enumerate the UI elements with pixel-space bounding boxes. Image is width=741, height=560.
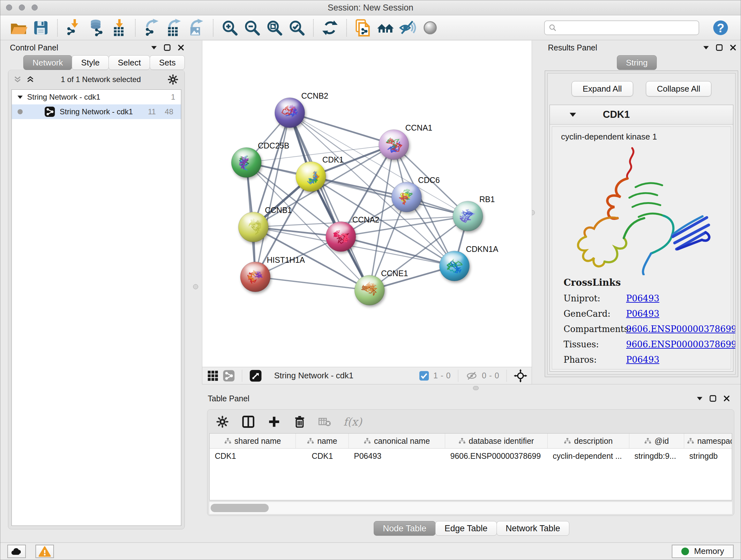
close-panel-icon[interactable] xyxy=(730,44,736,51)
tab-select[interactable]: Select xyxy=(109,55,150,70)
delete-column-trash-icon[interactable] xyxy=(293,415,307,428)
expand-all-icon[interactable] xyxy=(26,76,35,83)
tab-edge-table[interactable]: Edge Table xyxy=(435,521,497,536)
network-share-icon[interactable] xyxy=(223,370,235,382)
float-panel-icon[interactable] xyxy=(164,44,171,51)
network-node-CCNE1[interactable] xyxy=(354,275,385,305)
cloud-status-button[interactable] xyxy=(7,545,26,558)
column-header-namespace[interactable]: namespace xyxy=(684,434,732,448)
close-panel-icon[interactable] xyxy=(178,44,184,51)
tab-network-table[interactable]: Network Table xyxy=(496,521,569,536)
tab-node-table[interactable]: Node Table xyxy=(374,521,435,536)
search-box[interactable] xyxy=(544,20,699,35)
tab-network[interactable]: Network xyxy=(23,55,72,70)
network-node-CDC6[interactable] xyxy=(392,182,421,212)
import-network-button[interactable] xyxy=(64,17,84,38)
tab-style[interactable]: Style xyxy=(72,55,109,70)
table-settings-gear-icon[interactable] xyxy=(216,415,229,428)
table-cell[interactable]: stringdb:9... xyxy=(629,449,684,463)
panel-menu-icon[interactable] xyxy=(703,46,709,50)
warning-status-button[interactable] xyxy=(36,545,54,558)
pharos-link[interactable]: P06493 xyxy=(626,355,659,365)
memory-button[interactable]: Memory xyxy=(672,545,734,558)
network-edge[interactable] xyxy=(255,113,290,277)
expand-all-button[interactable]: Expand All xyxy=(571,81,633,97)
zoom-in-button[interactable] xyxy=(220,17,240,38)
network-node-CCNA2[interactable] xyxy=(326,222,356,252)
column-header-description[interactable]: description xyxy=(548,434,629,448)
network-collection-row[interactable]: String Network - cdk1 1 xyxy=(12,90,181,105)
table-cell[interactable]: 9606.ENSP00000378699 xyxy=(445,449,548,463)
column-header--id[interactable]: @id xyxy=(629,434,684,448)
search-input[interactable] xyxy=(560,23,695,33)
column-header-canonical-name[interactable]: canonical name xyxy=(349,434,445,448)
panel-menu-icon[interactable] xyxy=(697,397,702,400)
show-columns-icon[interactable] xyxy=(241,415,255,429)
float-panel-icon[interactable] xyxy=(710,395,717,402)
uniprot-link[interactable]: P06493 xyxy=(626,294,659,303)
network-node-CDKN1A[interactable] xyxy=(440,251,469,281)
network-node-CDC25B[interactable] xyxy=(231,147,261,178)
collapse-all-button[interactable]: Collapse All xyxy=(646,81,712,97)
compartments-link[interactable]: 9606.ENSP00000378699 xyxy=(626,324,736,334)
network-node-CCNB1[interactable] xyxy=(239,212,268,242)
column-header-shared-name[interactable]: shared name xyxy=(210,434,296,448)
vertical-splitter-handle-left[interactable] xyxy=(193,284,198,289)
share-session-file-button[interactable] xyxy=(353,17,373,38)
grayscale-sphere-button[interactable] xyxy=(420,17,440,38)
collapse-all-icon[interactable] xyxy=(13,76,22,83)
tissues-link[interactable]: 9606.ENSP00000378699 xyxy=(626,339,736,349)
save-session-button[interactable] xyxy=(31,17,51,38)
horizontal-scrollbar[interactable] xyxy=(209,502,732,514)
network-node-CCNB2[interactable] xyxy=(275,98,305,128)
scrollbar-thumb[interactable] xyxy=(211,504,269,512)
tab-string-results[interactable]: String xyxy=(617,55,657,70)
close-panel-icon[interactable] xyxy=(724,395,730,401)
zoom-fit-button[interactable] xyxy=(265,17,284,38)
network-node-RB1[interactable] xyxy=(453,201,483,231)
open-session-button[interactable] xyxy=(9,17,28,38)
export-table-button[interactable] xyxy=(164,17,184,38)
import-table-button[interactable] xyxy=(109,17,129,38)
table-cell[interactable]: stringdb xyxy=(684,449,732,463)
gear-icon[interactable] xyxy=(167,74,179,85)
expander-icon[interactable] xyxy=(17,96,23,99)
section-expander-icon[interactable] xyxy=(569,113,576,117)
network-canvas[interactable]: CCNB2CCNA1CDC25BCDK1CDC6RB1CCNB1CCNA2CDK… xyxy=(202,41,532,367)
zoom-selected-button[interactable] xyxy=(287,17,307,38)
import-database-button[interactable] xyxy=(86,17,106,38)
genecard-link[interactable]: P06493 xyxy=(626,309,659,319)
network-row-selected[interactable]: String Network - cdk1 11 48 xyxy=(12,105,181,119)
table-row[interactable]: CDK1CDK1P064939606.ENSP00000378699cyclin… xyxy=(210,449,732,463)
column-header-database-identifier[interactable]: database identifier xyxy=(445,434,548,448)
refresh-layout-button[interactable] xyxy=(320,17,340,38)
network-edge[interactable] xyxy=(311,177,468,216)
panel-menu-icon[interactable] xyxy=(151,46,157,50)
export-network-button[interactable] xyxy=(142,17,162,38)
grid-view-icon[interactable] xyxy=(207,370,219,382)
export-image-button[interactable] xyxy=(187,17,206,38)
horizontal-splitter-handle[interactable] xyxy=(473,386,479,390)
add-column-icon[interactable] xyxy=(267,415,281,428)
hidden-eye-icon[interactable] xyxy=(465,370,478,381)
table-cell[interactable]: cyclin-dependent ... xyxy=(548,449,629,463)
fit-selected-crosshair-icon[interactable] xyxy=(514,369,527,382)
network-node-HIST1H1A[interactable] xyxy=(240,262,270,292)
network-edge[interactable] xyxy=(255,277,369,290)
table-cell[interactable]: CDK1 xyxy=(296,449,349,463)
home-networks-button[interactable] xyxy=(376,17,395,38)
network-node-CDK1[interactable] xyxy=(296,162,326,192)
tab-sets[interactable]: Sets xyxy=(150,55,185,70)
birds-eye-view-icon[interactable] xyxy=(249,369,262,382)
selected-checkbox-icon[interactable] xyxy=(419,370,429,381)
network-node-CCNA1[interactable] xyxy=(379,130,409,160)
column-header-name[interactable]: name xyxy=(296,434,349,448)
help-button[interactable]: ? xyxy=(711,17,731,38)
zoom-out-button[interactable] xyxy=(242,17,262,38)
table-cell[interactable]: P06493 xyxy=(349,449,445,463)
gene-section-header[interactable]: CDK1 xyxy=(550,105,733,125)
table-cell[interactable]: CDK1 xyxy=(210,449,296,463)
float-panel-icon[interactable] xyxy=(716,44,723,51)
network-edge[interactable] xyxy=(290,113,394,145)
hide-eye-button[interactable] xyxy=(398,17,418,38)
